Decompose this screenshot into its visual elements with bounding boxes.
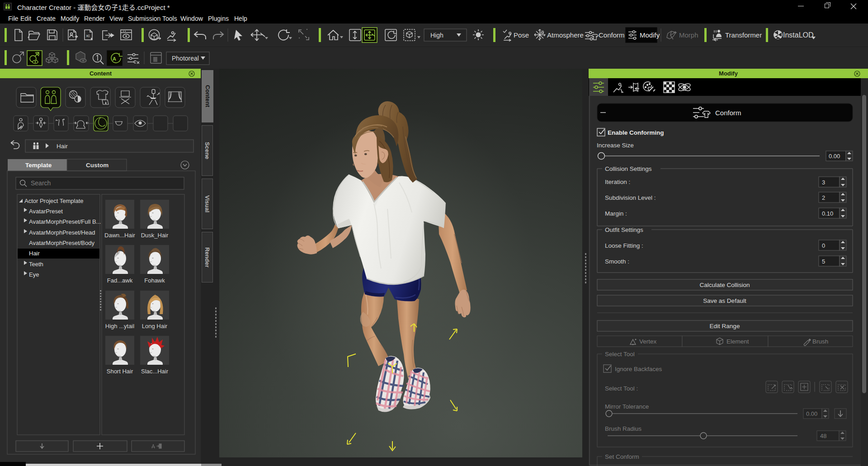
svg-text:Brush: Brush	[812, 338, 828, 345]
svg-text:Dawn...Hair: Dawn...Hair	[104, 232, 136, 239]
svg-text:Collision Settings: Collision Settings	[605, 165, 652, 172]
svg-text:3: 3	[822, 179, 825, 186]
svg-text:High: High	[430, 32, 443, 39]
svg-text:Fad...awk: Fad...awk	[107, 277, 133, 284]
svg-text:Edit Range: Edit Range	[710, 323, 740, 329]
svg-text:Conform: Conform	[715, 109, 741, 117]
svg-text:Iteration :: Iteration :	[605, 179, 630, 185]
svg-text:Subdivision Level :: Subdivision Level :	[605, 194, 656, 201]
svg-text:48: 48	[820, 433, 826, 439]
svg-text:Fohawk: Fohawk	[144, 277, 165, 284]
svg-text:0: 0	[822, 242, 825, 249]
svg-text:0.00: 0.00	[829, 153, 840, 160]
svg-text:Transformer: Transformer	[725, 31, 762, 39]
svg-text:Short Hair: Short Hair	[107, 368, 133, 375]
svg-text:Save as Default: Save as Default	[703, 297, 746, 304]
svg-text:Vertex: Vertex	[639, 338, 657, 345]
svg-text:Set Conform: Set Conform	[605, 453, 639, 460]
svg-text:Modify: Modify	[640, 31, 660, 39]
svg-text:Slac...Hair: Slac...Hair	[141, 368, 169, 375]
svg-text:IC: IC	[86, 34, 90, 38]
svg-text:Outfit Settings: Outfit Settings	[605, 226, 643, 233]
svg-text:Photoreal: Photoreal	[172, 55, 199, 62]
svg-text:5: 5	[822, 258, 825, 265]
svg-text:Select Tool :: Select Tool :	[605, 385, 638, 392]
svg-text:Select Tool: Select Tool	[605, 351, 635, 358]
svg-text:InstaLOD: InstaLOD	[783, 31, 814, 39]
svg-text:Calculate Collision: Calculate Collision	[699, 282, 750, 288]
svg-text:Increase Size: Increase Size	[597, 142, 634, 149]
svg-text:Loose Fitting :: Loose Fitting :	[605, 242, 643, 249]
svg-text:0.10: 0.10	[822, 210, 833, 217]
svg-text:Atmosphere: Atmosphere	[547, 31, 584, 39]
svg-text:Long Hair: Long Hair	[142, 323, 168, 329]
svg-text:Brush Radius: Brush Radius	[605, 425, 642, 432]
svg-text:Pose: Pose	[514, 31, 529, 39]
svg-text:A: A	[113, 56, 116, 61]
svg-text:Smooth :: Smooth :	[605, 258, 629, 265]
svg-text:Element: Element	[726, 338, 749, 345]
svg-text:Conform: Conform	[599, 31, 625, 39]
svg-text:High ...ytail: High ...ytail	[105, 323, 134, 329]
svg-text:2: 2	[822, 194, 825, 201]
svg-text:0.00: 0.00	[806, 410, 817, 417]
svg-text:Morph: Morph	[679, 31, 698, 39]
svg-text:Mirror Tolerance: Mirror Tolerance	[605, 403, 649, 410]
svg-text:Margin :: Margin :	[605, 210, 627, 217]
svg-text:Enable Conforming: Enable Conforming	[608, 129, 664, 136]
svg-text:Ignore Backfaces: Ignore Backfaces	[615, 366, 662, 372]
svg-text:Dusk_Hair: Dusk_Hair	[141, 232, 169, 239]
